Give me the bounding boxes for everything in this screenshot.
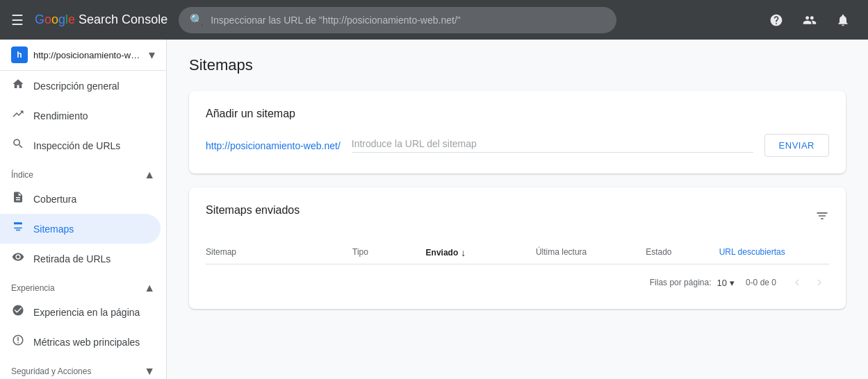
help-button[interactable] — [762, 6, 790, 34]
section-chevron-icon[interactable]: ▲ — [144, 282, 155, 294]
nav-section-indice: Índice ▲ — [0, 160, 166, 184]
sidebar-item-label: Experiencia en la página — [33, 307, 140, 318]
property-icon: h — [11, 47, 28, 63]
sidebar-item-cobertura[interactable]: Cobertura — [0, 184, 161, 214]
sidebar-item-sitemaps[interactable]: Sitemaps — [0, 214, 161, 244]
coverage-icon — [11, 191, 25, 207]
pagination-info: 0-0 de 0 — [746, 278, 776, 287]
rows-per-page-label: Filas por página: — [650, 278, 712, 287]
search-input[interactable] — [211, 15, 605, 26]
page-exp-icon — [11, 304, 25, 320]
bell-icon-button[interactable] — [829, 6, 857, 34]
nav-section-seguridad: Seguridad y Acciones ▼ — [0, 357, 166, 379]
col-sitemap: Sitemap — [206, 247, 352, 258]
sitemaps-table: Sitemap Tipo Enviado ↓ Última lectura Es… — [206, 242, 829, 292]
filter-icon[interactable] — [815, 209, 829, 226]
sitemap-input-wrapper — [352, 138, 753, 153]
sidebar-item-retirada[interactable]: Retirada de URLs — [0, 244, 161, 273]
users-icon-button[interactable] — [796, 6, 824, 34]
sitemap-input-row: http://posicionamiento-web.net/ ENVIAR — [206, 134, 829, 157]
col-url-descubiertas: URL descubiertas — [719, 247, 829, 258]
search-icon: 🔍 — [190, 13, 204, 26]
rows-dropdown-icon: ▾ — [730, 278, 735, 288]
app-name: Google Search Console — [35, 12, 167, 27]
layout: h http://posicionamiento-web.n... ▾ Desc… — [0, 40, 868, 379]
topbar-actions — [762, 6, 857, 34]
page-title: Sitemaps — [189, 56, 846, 74]
sidebar-item-inspeccion[interactable]: Inspección de URLs — [0, 130, 161, 160]
sidebar: h http://posicionamiento-web.n... ▾ Desc… — [0, 40, 167, 379]
menu-icon[interactable]: ☰ — [11, 12, 24, 28]
col-estado: Estado — [646, 247, 719, 258]
table-footer: Filas por página: 10 ▾ 0-0 de 0 — [206, 264, 829, 292]
inspect-icon — [11, 137, 25, 153]
sidebar-item-label: Rendimiento — [33, 110, 88, 121]
pagination-next-button[interactable] — [810, 273, 829, 292]
sidebar-item-rendimiento[interactable]: Rendimiento — [0, 101, 161, 130]
nav-section-experiencia: Experiencia ▲ — [0, 273, 166, 297]
section-label: Seguridad y Acciones — [11, 367, 91, 376]
col-enviado[interactable]: Enviado ↓ — [426, 247, 536, 258]
sidebar-item-label: Inspección de URLs — [33, 140, 120, 151]
col-ultima-lectura: Última lectura — [536, 247, 646, 258]
sidebar-item-label: Retirada de URLs — [33, 253, 110, 264]
table-header: Sitemap Tipo Enviado ↓ Última lectura Es… — [206, 242, 829, 264]
section-chevron-icon[interactable]: ▲ — [144, 169, 155, 181]
pagination-buttons — [787, 273, 829, 292]
add-sitemap-card-title: Añadir un sitemap — [206, 108, 829, 120]
web-metrics-icon — [11, 334, 25, 350]
sidebar-item-label: Sitemaps — [33, 224, 74, 235]
sidebar-item-label: Cobertura — [33, 194, 76, 205]
sitemaps-icon — [11, 221, 25, 237]
sidebar-item-label: Descripción general — [33, 81, 120, 92]
home-icon — [11, 78, 25, 94]
app-logo: Google Search Console — [35, 12, 167, 27]
topbar: ☰ Google Search Console 🔍 — [0, 0, 868, 40]
property-chevron-icon: ▾ — [149, 47, 155, 62]
trending-icon — [11, 108, 25, 124]
property-name: http://posicionamiento-web.n... — [33, 50, 143, 60]
section-label: Experiencia — [11, 283, 55, 293]
main-content: Sitemaps Añadir un sitemap http://posici… — [167, 40, 868, 379]
removal-icon — [11, 251, 25, 267]
sort-arrow-icon: ↓ — [461, 247, 466, 258]
rows-select-dropdown[interactable]: 10 ▾ — [716, 278, 734, 288]
sitemaps-card-header: Sitemaps enviados — [206, 204, 829, 230]
add-sitemap-card: Añadir un sitemap http://posicionamiento… — [189, 91, 846, 174]
col-tipo: Tipo — [352, 247, 426, 258]
sidebar-item-label: Métricas web principales — [33, 337, 140, 348]
url-prefix: http://posicionamiento-web.net/ — [206, 140, 341, 151]
pagination-prev-button[interactable] — [787, 273, 807, 292]
rows-value: 10 — [716, 278, 726, 288]
sidebar-item-metricas-web[interactable]: Métricas web principales — [0, 327, 161, 357]
rows-per-page: Filas por página: 10 ▾ — [650, 278, 735, 288]
sitemap-url-input[interactable] — [352, 138, 753, 149]
section-label: Índice — [11, 170, 33, 180]
sidebar-item-experiencia-pagina[interactable]: Experiencia en la página — [0, 297, 161, 327]
section-chevron-icon[interactable]: ▼ — [144, 365, 155, 378]
search-bar[interactable]: 🔍 — [179, 7, 616, 33]
sidebar-item-descripcion[interactable]: Descripción general — [0, 71, 161, 101]
submitted-sitemaps-card: Sitemaps enviados Sitemap Tipo Enviado ↓… — [189, 187, 846, 309]
enviar-button[interactable]: ENVIAR — [764, 134, 829, 157]
property-selector[interactable]: h http://posicionamiento-web.n... ▾ — [0, 40, 166, 71]
submitted-card-title: Sitemaps enviados — [206, 204, 300, 217]
